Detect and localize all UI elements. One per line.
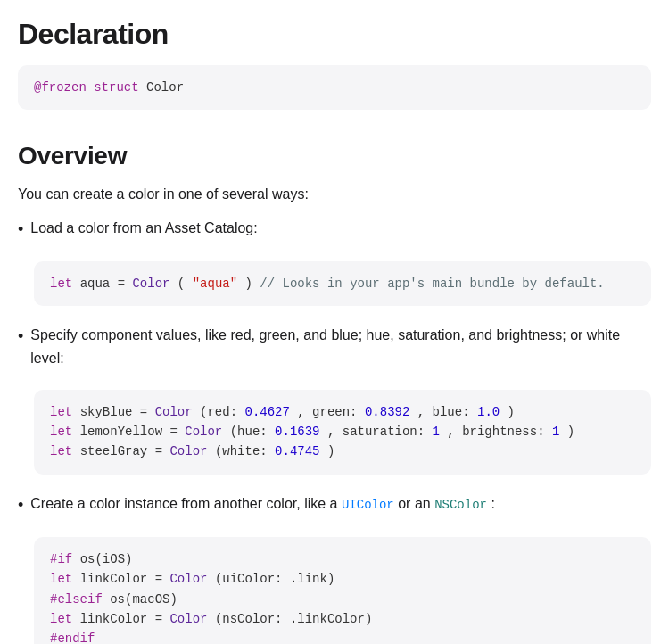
comment-1: // Looks in your app's main bundle by de… — [260, 277, 604, 291]
num-white: 0.4745 — [275, 444, 319, 458]
hash-elseif: #elseif — [50, 592, 103, 607]
bullet-icon-1: • — [18, 218, 23, 242]
comma-blue: , blue: — [417, 405, 477, 419]
steelgray-params: (white: — [215, 444, 275, 458]
let-kw-2c: let — [50, 444, 72, 458]
bullet-row-2: • Specify component values, like red, gr… — [18, 324, 651, 369]
let-kw-1: let — [50, 277, 72, 291]
comma-sat: , saturation: — [327, 425, 433, 439]
code-line-3-4: let linkColor = Color (nsColor: .linkCol… — [50, 609, 635, 629]
paren-close-2a: ) — [508, 405, 515, 419]
aqua-string: "aqua" — [193, 277, 237, 291]
frozen-keyword: @frozen — [34, 80, 87, 95]
declaration-heading: Declaration — [18, 18, 651, 51]
hash-if: #if — [50, 552, 72, 566]
bullet3-text-before: Create a color instance from another col… — [30, 496, 342, 511]
bullet3-code-block: #if os(iOS) let linkColor = Color (uiCol… — [34, 537, 651, 644]
num-hue: 0.1639 — [275, 425, 319, 439]
bullet-icon-3: • — [18, 493, 23, 517]
struct-word: struct — [94, 80, 138, 95]
num-bri: 1 — [552, 425, 559, 439]
color-type-1: Color — [132, 277, 169, 291]
os-ios: os(iOS) — [80, 552, 133, 566]
code-line-3-1: #if os(iOS) — [50, 549, 635, 569]
linkcolor-var-1: linkColor = — [80, 572, 170, 586]
bullet2-code-block: let skyBlue = Color (red: 0.4627 , green… — [34, 390, 651, 475]
bullet1-code-container: let aqua = Color ( "aqua" ) // Looks in … — [34, 251, 651, 306]
color-type-3a: Color — [169, 572, 207, 586]
let-kw-2b: let — [50, 425, 72, 439]
code-line-3-5: #endif — [50, 629, 635, 644]
hash-endif: #endif — [50, 632, 95, 644]
color-type-2c: Color — [169, 444, 207, 458]
skyblue-var: skyBlue = — [80, 405, 155, 419]
declaration-code-block: @frozen struct Color — [18, 65, 651, 110]
code-line-2-2: let lemonYellow = Color (hue: 0.1639 , s… — [50, 422, 635, 442]
skyblue-params: (red: — [200, 405, 244, 419]
paren-open-1: ( — [178, 277, 185, 291]
os-macos: os(macOS) — [110, 592, 178, 607]
bullet3-text-mid: or an — [398, 496, 434, 511]
bullet-text-1: Load a color from an Asset Catalog: — [30, 217, 257, 240]
lemonyellow-var: lemonYellow = — [80, 425, 186, 439]
comma-green: , green: — [297, 405, 365, 419]
list-item-1: • Load a color from an Asset Catalog: le… — [18, 217, 651, 306]
color-type-2b: Color — [185, 425, 222, 439]
num-sat: 1 — [433, 425, 440, 439]
bullet-text-2: Specify component values, like red, gree… — [30, 324, 651, 369]
list-item-2: • Specify component values, like red, gr… — [18, 324, 651, 474]
steelgray-var: steelGray = — [80, 444, 170, 458]
num-green: 0.8392 — [365, 405, 409, 419]
bullet-text-3: Create a color instance from another col… — [30, 492, 495, 516]
overview-heading: Overview — [18, 142, 651, 170]
code-line-3-3: #elseif os(macOS) — [50, 590, 635, 609]
let-kw-3a: let — [50, 572, 72, 586]
let-kw-3b: let — [50, 612, 72, 626]
code-line-2-1: let skyBlue = Color (red: 0.4627 , green… — [50, 402, 635, 422]
bullet-icon-2: • — [18, 325, 23, 349]
code-line-3-2: let linkColor = Color (uiColor: .link) — [50, 569, 635, 589]
uicolor-link[interactable]: UIColor — [342, 498, 394, 512]
intro-text: You can create a color in one of several… — [18, 183, 651, 206]
code-line-2-3: let steelGray = Color (white: 0.4745 ) — [50, 442, 635, 461]
nscolor-params: (nsColor: .linkColor) — [215, 612, 372, 626]
lemonyellow-params: (hue: — [230, 425, 275, 439]
overview-list: • Load a color from an Asset Catalog: le… — [18, 217, 651, 644]
bullet-row-1: • Load a color from an Asset Catalog: — [18, 217, 651, 242]
paren-close-2b: ) — [567, 425, 574, 439]
paren-close-2c: ) — [327, 444, 334, 458]
linkcolor-var-2: linkColor = — [80, 612, 170, 626]
bullet2-code-container: let skyBlue = Color (red: 0.4627 , green… — [34, 379, 651, 475]
color-type: Color — [146, 80, 184, 95]
list-item-3: • Create a color instance from another c… — [18, 492, 651, 644]
color-type-2a: Color — [155, 405, 193, 419]
comma-bri: , brightness: — [447, 425, 552, 439]
color-type-3b: Color — [169, 612, 207, 626]
bullet3-code-container: #if os(iOS) let linkColor = Color (uiCol… — [34, 526, 651, 644]
aqua-var: aqua = — [80, 277, 133, 291]
uicolor-params: (uiColor: .link) — [215, 572, 334, 586]
bullet-row-3: • Create a color instance from another c… — [18, 492, 651, 517]
num-red: 0.4627 — [244, 405, 289, 419]
paren-close-1: ) — [245, 277, 252, 291]
let-kw-2a: let — [50, 405, 72, 419]
num-blue: 1.0 — [477, 405, 500, 419]
bullet1-code-block: let aqua = Color ( "aqua" ) // Looks in … — [34, 261, 651, 306]
nscolor-link[interactable]: NSColor — [434, 498, 487, 512]
bullet3-text-after: : — [491, 496, 494, 511]
